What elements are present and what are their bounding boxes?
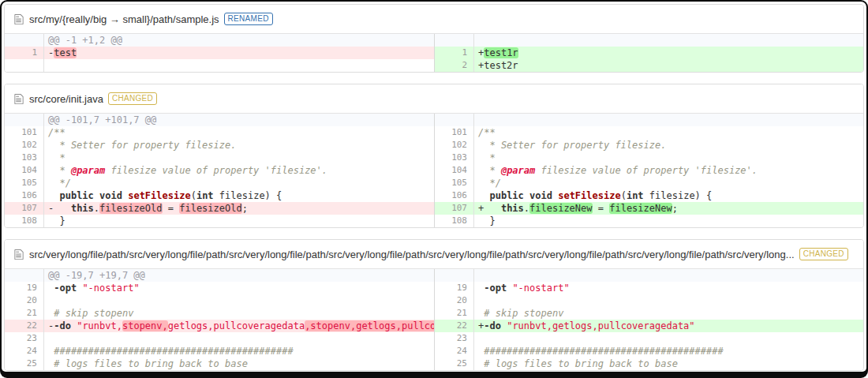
code-segment: "-nostart" — [82, 283, 139, 294]
code-segment: /** — [48, 127, 65, 138]
line-number-cell: 24 — [5, 345, 44, 357]
code-cell — [474, 332, 863, 345]
file-icon — [14, 93, 24, 105]
line-number-cell: 2 — [435, 59, 474, 72]
line-number-cell: 108 — [5, 215, 44, 227]
code-segment: */ — [48, 178, 71, 189]
code-segment: filesize) { — [214, 190, 282, 201]
code-segment: */ — [478, 178, 501, 189]
diff-right-pane: 1+test1r2+test2r — [434, 34, 863, 72]
code-cell: - this.filesizeOld = filesizeOld; — [44, 202, 434, 215]
line-number-cell: 22 — [435, 320, 474, 332]
diff-sides: @@ -101,7 +101,7 @@101/**102 * Setter fo… — [5, 114, 863, 227]
code-segment: -opt — [484, 283, 507, 294]
file-header: src/my/{really/big → small}/path/sample.… — [5, 5, 863, 34]
file-name: src/very/long/file/path/src/very/long/fi… — [29, 249, 795, 260]
code-segment: void — [529, 190, 552, 201]
code-segment: int — [196, 190, 214, 201]
diff-row: 106 public void setFilesize(int filesize… — [5, 189, 434, 202]
code-segment: * — [48, 152, 65, 163]
code-segment: * — [478, 152, 496, 163]
code-segment: -do — [484, 320, 501, 331]
code-segment: filesize value of property 'filesize'. — [535, 165, 758, 176]
diff-row: 1-test — [5, 47, 434, 59]
hunk-header-cell — [474, 114, 863, 126]
code-cell: * @param filesize value of property 'fil… — [44, 164, 434, 177]
code-segment: "-nostart" — [512, 283, 569, 294]
line-number-cell: 102 — [435, 139, 474, 152]
code-segment: public — [489, 190, 523, 201]
code-segment: ########################################… — [478, 346, 724, 357]
code-cell: + this.filesizeNew = filesizeNew; — [474, 202, 863, 215]
code-segment: * Setter for property filesize. — [478, 140, 666, 151]
code-cell: --do "runbvt,stopenv,getlogs,pullcoverag… — [44, 320, 434, 332]
diff-viewer-screen: src/my/{really/big → small}/path/sample.… — [2, 2, 866, 372]
code-segment: this — [501, 203, 524, 214]
diff-row: 107+ this.filesizeNew = filesizeNew; — [435, 202, 863, 215]
code-segment: stopenv, — [122, 320, 168, 331]
code-cell — [44, 332, 434, 345]
diff-row: 104 * @param filesize value of property … — [5, 164, 434, 177]
code-cell: -opt "-nostart" — [44, 282, 434, 294]
diff-row — [5, 59, 434, 72]
line-number-cell: 23 — [5, 332, 44, 345]
code-segment: this — [71, 203, 94, 214]
line-number-cell — [5, 114, 44, 126]
hunk-header-cell — [474, 269, 863, 282]
code-segment: test1r — [484, 47, 518, 58]
code-segment: setFilesize — [558, 190, 620, 201]
code-segment: = — [593, 203, 610, 214]
diff-container: src/my/{really/big → small}/path/sample.… — [2, 4, 866, 371]
code-segment: = — [163, 203, 180, 214]
line-number-cell: 106 — [435, 189, 474, 202]
code-segment — [478, 190, 489, 201]
code-segment: -do — [54, 320, 71, 331]
line-number-cell: 104 — [435, 164, 474, 177]
code-segment: - — [48, 203, 71, 214]
code-cell: * @param filesize value of property 'fil… — [474, 164, 863, 177]
line-number-cell: 106 — [5, 189, 44, 202]
line-number-cell: 103 — [435, 152, 474, 164]
diff-right-pane: 19 -opt "-nostart"2021 # skip stopenv22+… — [434, 269, 863, 370]
line-number-cell — [435, 34, 474, 47]
line-number-cell: 108 — [435, 215, 474, 227]
diff-row: 23 — [5, 332, 434, 345]
code-segment — [524, 190, 529, 201]
diff-row: 101/** — [5, 126, 434, 139]
diff-sides: @@ -1 +1,2 @@1-test1+test1r2+test2r — [5, 34, 863, 72]
code-segment: void — [99, 190, 122, 201]
diff-row: 22--do "runbvt,stopenv,getlogs,pullcover… — [5, 320, 434, 332]
line-number-cell: 25 — [5, 357, 44, 370]
line-number-cell: 107 — [5, 202, 44, 215]
line-number-cell: 101 — [5, 126, 44, 139]
file-status-badge: CHANGED — [108, 92, 157, 105]
line-number-cell: 19 — [435, 282, 474, 294]
diff-row: 20 — [435, 294, 863, 307]
code-cell: # logs files to bring back to base — [474, 357, 863, 370]
line-number-cell: 103 — [5, 152, 44, 164]
code-cell: */ — [44, 177, 434, 189]
code-cell: # skip stopenv — [44, 307, 434, 320]
line-number-cell: 1 — [5, 47, 44, 59]
code-cell: ########################################… — [474, 345, 863, 357]
code-segment: +test2r — [478, 60, 518, 71]
code-segment: * — [478, 165, 501, 176]
code-cell: +test1r — [474, 47, 863, 59]
code-cell: * Setter for property filesize. — [44, 139, 434, 152]
line-number-cell: 101 — [435, 126, 474, 139]
code-cell: ########################################… — [44, 345, 434, 357]
code-segment: ,stopenv,getlogs,pullcoveragedata" — [305, 320, 434, 331]
line-number-cell: 105 — [435, 177, 474, 189]
diff-row: 24 #####################################… — [435, 345, 863, 357]
code-cell: +-do "runbvt,getlogs,pullcoveragedata" — [474, 320, 863, 332]
line-number-cell: 24 — [435, 345, 474, 357]
code-segment: ( — [621, 190, 627, 201]
diff-row: 108 } — [5, 215, 434, 227]
diff-row: 1+test1r — [435, 47, 863, 59]
code-segment: ; — [242, 203, 248, 214]
code-segment — [94, 190, 99, 201]
diff-right-pane: 101/**102 * Setter for property filesize… — [434, 114, 863, 227]
file-diff-block: src/my/{really/big → small}/path/sample.… — [4, 4, 864, 73]
diff-row: 105 */ — [5, 177, 434, 189]
file-status-badge: RENAMED — [224, 13, 273, 25]
